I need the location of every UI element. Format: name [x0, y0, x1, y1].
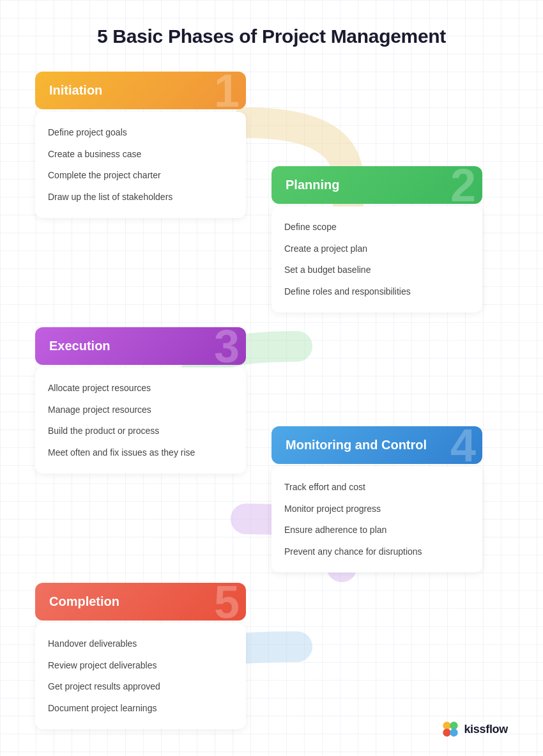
phase-block-monitoring: Monitoring and Control4Track effort and … — [272, 426, 482, 573]
main-content: 5 Basic Phases of Project Management Ini… — [0, 0, 543, 749]
svg-point-3 — [450, 729, 458, 736]
phase-block-planning: Planning2Define scopeCreate a project pl… — [272, 166, 482, 312]
phase-item-initiation-2: Complete the project charter — [48, 165, 233, 187]
phase-item-execution-0: Allocate project resources — [48, 378, 233, 399]
page-wrapper: 5 Basic Phases of Project Management Ini… — [0, 0, 543, 756]
phase-number-execution: 3 — [214, 327, 240, 365]
phase-block-execution: Execution3Allocate project resourcesMana… — [35, 327, 246, 474]
kissflow-logo: kissflow — [441, 720, 508, 738]
phase-number-planning: 2 — [450, 166, 476, 204]
phase-item-planning-1: Create a project plan — [284, 238, 470, 260]
kissflow-logo-icon — [441, 720, 459, 738]
phase-item-initiation-3: Draw up the list of stakeholders — [48, 187, 233, 208]
phase-title-initiation: Initiation — [49, 83, 102, 98]
phases-render: Initiation1Define project goalsCreate a … — [35, 72, 508, 723]
phase-block-initiation: Initiation1Define project goalsCreate a … — [35, 72, 246, 218]
phase-item-completion-3: Document project learnings — [48, 698, 233, 720]
phase-body-planning: Define scopeCreate a project planSet a b… — [272, 206, 482, 312]
svg-point-0 — [443, 721, 451, 729]
phase-item-execution-1: Manage project resources — [48, 399, 233, 421]
phase-body-completion: Handover deliverablesReview project deli… — [35, 623, 246, 729]
phase-item-completion-2: Get project results approved — [48, 676, 233, 698]
phase-item-execution-3: Meet often and fix issues as they rise — [48, 442, 233, 464]
phase-header-planning: Planning2 — [272, 166, 482, 204]
phase-item-initiation-1: Create a business case — [48, 144, 233, 166]
phase-item-monitoring-3: Prevent any chance for disruptions — [284, 541, 470, 563]
phase-item-completion-0: Handover deliverables — [48, 633, 233, 655]
phase-body-monitoring: Track effort and costMonitor project pro… — [272, 467, 482, 573]
phase-item-monitoring-1: Monitor project progress — [284, 498, 470, 520]
phase-body-execution: Allocate project resourcesManage project… — [35, 367, 246, 474]
phase-number-completion: 5 — [214, 583, 240, 621]
phase-item-planning-2: Set a budget baseline — [284, 259, 470, 281]
phase-item-execution-2: Build the product or process — [48, 420, 233, 442]
svg-point-2 — [443, 729, 451, 736]
phases-container: Initiation1Define project goalsCreate a … — [35, 72, 508, 723]
phase-title-execution: Execution — [49, 339, 111, 353]
phase-item-completion-1: Review project deliverables — [48, 655, 233, 677]
phase-header-monitoring: Monitoring and Control4 — [272, 426, 482, 464]
phase-number-monitoring: 4 — [450, 426, 476, 464]
phase-title-planning: Planning — [286, 178, 339, 192]
phase-item-initiation-0: Define project goals — [48, 122, 233, 144]
phase-item-planning-0: Define scope — [284, 217, 470, 238]
phase-header-execution: Execution3 — [35, 327, 246, 365]
svg-point-1 — [450, 721, 458, 729]
phase-item-monitoring-2: Ensure adherence to plan — [284, 520, 470, 541]
phase-title-monitoring: Monitoring and Control — [286, 438, 427, 452]
phase-block-completion: Completion5Handover deliverablesReview p… — [35, 583, 246, 729]
kissflow-brand-name: kissflow — [464, 723, 508, 736]
phase-header-completion: Completion5 — [35, 583, 246, 621]
page-title: 5 Basic Phases of Project Management — [35, 26, 508, 47]
phase-header-initiation: Initiation1 — [35, 72, 246, 109]
phase-title-completion: Completion — [49, 594, 119, 609]
phase-item-planning-3: Define roles and responsibilities — [284, 281, 470, 303]
phase-body-initiation: Define project goalsCreate a business ca… — [35, 112, 246, 218]
phase-item-monitoring-0: Track effort and cost — [284, 477, 470, 498]
phase-number-initiation: 1 — [214, 72, 240, 109]
